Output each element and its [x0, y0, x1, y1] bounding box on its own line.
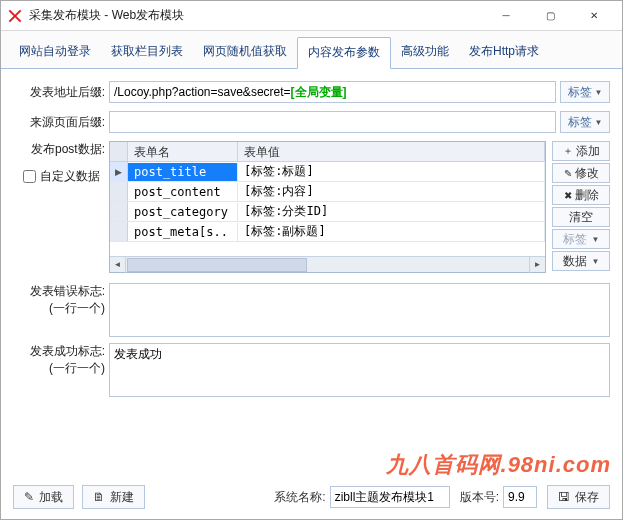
- app-icon: [7, 8, 23, 24]
- table-row[interactable]: ▶post_title[标签:标题]: [110, 162, 545, 182]
- table-row[interactable]: post_meta[s..[标签:副标题]: [110, 222, 545, 242]
- tab-bar: 网站自动登录获取栏目列表网页随机值获取内容发布参数高级功能发布Http请求: [1, 31, 622, 69]
- tag-button-side[interactable]: 标签▼: [552, 229, 610, 249]
- row-indicator: [110, 222, 128, 241]
- row-indicator: ▶: [110, 162, 128, 181]
- row-indicator: [110, 182, 128, 201]
- grid-col-name[interactable]: 表单名: [128, 142, 238, 161]
- error-mark-label: 发表错误标志:: [13, 283, 105, 300]
- cell-value[interactable]: [标签:内容]: [238, 181, 545, 202]
- success-mark-hint: (一行一个): [13, 360, 105, 377]
- grid-col-value[interactable]: 表单值: [238, 142, 545, 161]
- post-url-suffix-input[interactable]: /Locoy.php?action=save&secret=[全局变量]: [109, 81, 556, 103]
- tab-4[interactable]: 高级功能: [391, 37, 459, 68]
- cell-name[interactable]: post_content: [128, 183, 238, 201]
- tab-0[interactable]: 网站自动登录: [9, 37, 101, 68]
- cell-name[interactable]: post_title: [128, 163, 238, 181]
- ver-label: 版本号:: [460, 489, 499, 506]
- row-indicator: [110, 202, 128, 221]
- success-mark-label: 发表成功标志:: [13, 343, 105, 360]
- grid-corner: [110, 142, 128, 161]
- custom-data-checkbox[interactable]: [23, 170, 36, 183]
- scroll-left-icon[interactable]: ◄: [110, 257, 126, 273]
- custom-data-label: 自定义数据: [40, 168, 100, 185]
- data-button-side[interactable]: 数据▼: [552, 251, 610, 271]
- add-button[interactable]: ＋添加: [552, 141, 610, 161]
- table-row[interactable]: post_category[标签:分类ID]: [110, 202, 545, 222]
- tab-5[interactable]: 发布Http请求: [459, 37, 549, 68]
- tab-3[interactable]: 内容发布参数: [297, 37, 391, 69]
- plus-icon: ＋: [563, 144, 573, 158]
- grid-hscroll[interactable]: ◄ ►: [110, 256, 545, 272]
- cell-value[interactable]: [标签:标题]: [238, 161, 545, 182]
- minimize-button[interactable]: ─: [484, 2, 528, 30]
- error-mark-hint: (一行一个): [13, 300, 105, 317]
- pencil-icon: ✎: [564, 168, 572, 179]
- edit-button[interactable]: ✎修改: [552, 163, 610, 183]
- tag-dropdown-2[interactable]: 标签▼: [560, 111, 610, 133]
- title-bar: 采集发布模块 - Web发布模块 ─ ▢ ✕: [1, 1, 622, 31]
- sys-name-input[interactable]: [330, 486, 450, 508]
- post-data-grid[interactable]: 表单名 表单值 ▶post_title[标签:标题]post_content[标…: [109, 141, 546, 273]
- close-button[interactable]: ✕: [572, 2, 616, 30]
- cell-value[interactable]: [标签:副标题]: [238, 221, 545, 242]
- tag-dropdown-1[interactable]: 标签▼: [560, 81, 610, 103]
- cell-value[interactable]: [标签:分类ID]: [238, 201, 545, 222]
- cell-name[interactable]: post_category: [128, 203, 238, 221]
- error-mark-textarea[interactable]: [109, 283, 610, 337]
- cell-name[interactable]: post_meta[s..: [128, 223, 238, 241]
- window-title: 采集发布模块 - Web发布模块: [29, 7, 484, 24]
- save-button[interactable]: 🖫保存: [547, 485, 610, 509]
- sys-name-label: 系统名称:: [274, 489, 325, 506]
- clear-button[interactable]: 清空: [552, 207, 610, 227]
- edit-icon: ✎: [24, 490, 34, 504]
- source-page-suffix-label: 来源页面后缀:: [13, 114, 109, 131]
- scroll-thumb[interactable]: [127, 258, 307, 272]
- ver-input[interactable]: [503, 486, 537, 508]
- maximize-button[interactable]: ▢: [528, 2, 572, 30]
- new-button[interactable]: 🗎新建: [82, 485, 145, 509]
- load-button[interactable]: ✎加载: [13, 485, 74, 509]
- delete-button[interactable]: ✖删除: [552, 185, 610, 205]
- tab-1[interactable]: 获取栏目列表: [101, 37, 193, 68]
- save-icon: 🖫: [558, 490, 570, 504]
- tab-2[interactable]: 网页随机值获取: [193, 37, 297, 68]
- document-icon: 🗎: [93, 490, 105, 504]
- success-mark-textarea[interactable]: 发表成功: [109, 343, 610, 397]
- x-icon: ✖: [564, 190, 572, 201]
- table-row[interactable]: post_content[标签:内容]: [110, 182, 545, 202]
- post-url-suffix-label: 发表地址后缀:: [13, 84, 109, 101]
- source-page-suffix-input[interactable]: [109, 111, 556, 133]
- scroll-right-icon[interactable]: ►: [529, 257, 545, 273]
- post-data-label: 发布post数据:: [13, 141, 105, 158]
